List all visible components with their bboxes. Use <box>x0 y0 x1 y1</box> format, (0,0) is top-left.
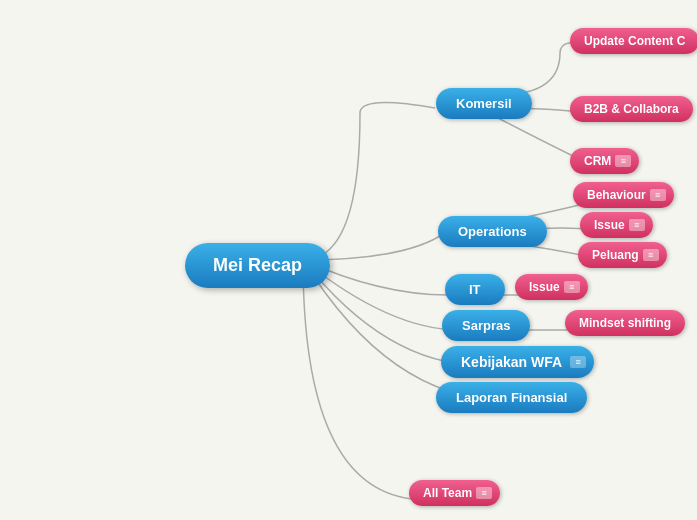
peluang-icon <box>643 249 659 261</box>
all-team-label: All Team <box>423 486 472 500</box>
all-team-node[interactable]: All Team <box>409 480 500 506</box>
crm-node[interactable]: CRM <box>570 148 639 174</box>
behaviour-node[interactable]: Behaviour <box>573 182 674 208</box>
kebijakan-wfa-node[interactable]: Kebijakan WFA <box>441 346 594 378</box>
behaviour-label: Behaviour <box>587 188 646 202</box>
issue-it-label: Issue <box>529 280 560 294</box>
issue-ops-icon <box>629 219 645 231</box>
peluang-node[interactable]: Peluang <box>578 242 667 268</box>
kebijakan-wfa-icon <box>570 356 586 368</box>
laporan-finansial-node[interactable]: Laporan Finansial <box>436 382 587 413</box>
sarpras-node[interactable]: Sarpras <box>442 310 530 341</box>
b2b-node[interactable]: B2B & Collabora <box>570 96 693 122</box>
behaviour-icon <box>650 189 666 201</box>
mindset-shifting-node[interactable]: Mindset shifting <box>565 310 685 336</box>
komersil-node[interactable]: Komersil <box>436 88 532 119</box>
issue-it-icon <box>564 281 580 293</box>
issue-ops-node[interactable]: Issue <box>580 212 653 238</box>
operations-node[interactable]: Operations <box>438 216 547 247</box>
crm-label: CRM <box>584 154 611 168</box>
crm-icon <box>615 155 631 167</box>
update-content-node[interactable]: Update Content C <box>570 28 697 54</box>
main-node[interactable]: Mei Recap <box>185 243 330 288</box>
issue-it-node[interactable]: Issue <box>515 274 588 300</box>
peluang-label: Peluang <box>592 248 639 262</box>
it-node[interactable]: IT <box>445 274 505 305</box>
issue-ops-label: Issue <box>594 218 625 232</box>
all-team-icon <box>476 487 492 499</box>
kebijakan-wfa-label: Kebijakan WFA <box>461 354 562 370</box>
